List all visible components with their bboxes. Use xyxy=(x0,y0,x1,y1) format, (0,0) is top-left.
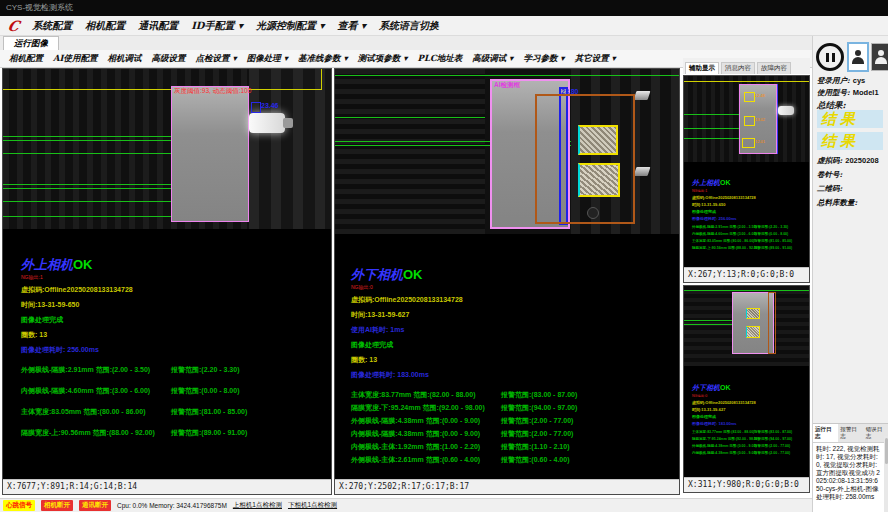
mini-bottom-image[interactable] xyxy=(684,286,809,366)
measurement-row: 主体宽度:83.77mm 范围:(82.00 - 88.00) 报警范围:(83… xyxy=(351,390,577,403)
toolbar-other-settings[interactable]: 其它设置 ▾ xyxy=(570,53,621,65)
measurement-value: 隔膜宽度-上:90.56mm 范围:(88.00 - 92.00) xyxy=(21,428,171,449)
title-bar: CYS-视觉检测系统 xyxy=(0,0,888,16)
green-guide-line xyxy=(684,290,809,291)
log-panel: 运行日志 报警日志 错误日志 耗时: 222, 视觉检测耗时: 17, 视觉分发… xyxy=(813,423,888,512)
virtual-code-row: 虚拟码:20250208 xyxy=(817,156,879,166)
metal-clamp xyxy=(634,91,651,100)
cam-left-measurements: 外侧极线-隔膜:2.91mm 范围:(2.00 - 3.50) 报警范围:(2.… xyxy=(21,365,247,449)
tab-detect-box xyxy=(744,92,755,102)
menu-item-language-switch[interactable]: 系统语言切换 xyxy=(379,19,439,33)
log-tab-strip: 运行日志 报警日志 错误日志 xyxy=(813,424,888,443)
tab-run-log[interactable]: 运行日志 xyxy=(813,424,838,442)
toolbar-ai-usage-config[interactable]: AI使用配置 xyxy=(48,53,103,65)
measurement-value: 主体宽度:83.77mm 范围:(82.00 - 88.00) xyxy=(692,430,754,437)
tab-message-content[interactable]: 消息内容 xyxy=(721,62,755,74)
login-user-value: cys xyxy=(853,76,866,85)
upper-camera-spotcheck-link[interactable]: 上相机1点检检测 xyxy=(233,501,282,510)
annotation-value: 12.01 xyxy=(755,139,765,144)
mini-bottom-trigger-line: NG输出:0 xyxy=(692,394,792,398)
user-login-button[interactable] xyxy=(847,42,869,72)
measurement-value: 隔膜宽度-下:95.24mm 范围:(92.00 - 98.00) xyxy=(351,403,501,416)
connector-blob xyxy=(249,113,285,133)
aux-tab-strip: 辅助显示 消息内容 故障内容 xyxy=(683,58,810,74)
orange-detect-box xyxy=(535,94,635,224)
app-window: CYS-视觉检测系统 C 系统配置 相机配置 通讯配置 ID手配置 ▾ 光源控制… xyxy=(0,0,888,522)
orange-detect-box xyxy=(768,292,776,354)
alarm-range: 报警范围:(0.00 - 8.00) xyxy=(171,386,239,407)
tab-detect-box xyxy=(744,116,755,126)
log-scrollbar[interactable] xyxy=(884,436,888,512)
cam-left-result-block: 外上相机OK NG输出:1 虚拟码:Offline202502081331347… xyxy=(21,255,247,449)
tab-fault-content[interactable]: 故障内容 xyxy=(757,62,791,74)
cam-left-trigger-line: NG输出:1 xyxy=(21,274,247,280)
cam-left-time: 时间:13-31-59-650 xyxy=(21,300,247,310)
tab-alarm-log[interactable]: 报警日志 xyxy=(838,424,863,442)
alarm-range: 报警范围:(2.00 - 77.00) xyxy=(754,451,790,458)
cam-left-process-done: 图像处理完成 xyxy=(21,315,247,325)
measurement-value: 内侧极线-隔膜:4.38mm 范围:(0.00 - 9.00) xyxy=(692,451,754,458)
measurement-value: 隔膜宽度-上:90.56mm 范围:(88.00 - 92.00) xyxy=(692,246,754,253)
cam-left-statusbar: X:7677;Y:891;R:14;G:14;B:14 xyxy=(3,479,331,494)
tab-detect-box xyxy=(746,326,760,338)
cam-mid-virtual-code: 虚拟码:Offline20250208133134728 xyxy=(351,295,577,305)
lower-camera-spotcheck-link[interactable]: 下相机1点检检测 xyxy=(288,501,337,510)
measurement-row: 隔膜宽度-下:95.24mm 范围:(92.00 - 98.00) 报警范围:(… xyxy=(351,403,577,416)
machinery-texture xyxy=(249,69,331,229)
menu-item-camera-config[interactable]: 相机配置 xyxy=(85,19,125,33)
measurement-row: 外侧极线-隔膜:4.38mm 范围:(0.00 - 9.00) 报警范围:(2.… xyxy=(692,444,792,451)
mini-top-panel: 12.48 13.02 12.01 外上相机OK NG输出:1 虚拟码:Offl… xyxy=(683,75,810,283)
connector-tip xyxy=(283,118,293,128)
menu-item-comm-config[interactable]: 通讯配置 xyxy=(138,19,178,33)
cam-mid-image[interactable]: AI检测框 23.80 xyxy=(335,69,679,234)
alarm-range: 报警范围:(0.60 - 4.00) xyxy=(501,455,569,468)
measurement-value: 外侧极线-隔膜:2.91mm 范围:(2.00 - 3.50) xyxy=(692,225,754,232)
menu-item-view[interactable]: 查看 ▾ xyxy=(338,19,367,33)
yellow-guide-line xyxy=(684,81,809,82)
alarm-range: 报警范围:(89.00 - 91.00) xyxy=(754,246,792,253)
tab-run-image[interactable]: 运行图像 xyxy=(3,36,59,50)
tab-aux-display[interactable]: 辅助显示 xyxy=(685,62,719,74)
toolbar-learning-params[interactable]: 学习参数 ▾ xyxy=(518,53,569,65)
alarm-range: 报警范围:(94.00 - 97.00) xyxy=(754,437,792,444)
machinery-texture xyxy=(335,69,485,234)
menu-item-id-hand-config[interactable]: ID手配置 ▾ xyxy=(191,19,243,33)
measurement-row: 主体宽度:83.77mm 范围:(82.00 - 88.00) 报警范围:(83… xyxy=(692,430,792,437)
user-dark-icon xyxy=(875,50,887,64)
cam-mid-panel: AI检测框 23.80 外下相机OK NG输出:0 虚拟码:Offline202… xyxy=(334,68,680,495)
green-guide-line xyxy=(335,75,679,76)
pause-button[interactable] xyxy=(815,42,845,72)
measurement-row: 主体宽度:83.05mm 范围:(80.00 - 86.00) 报警范围:(81… xyxy=(21,407,247,428)
stock-count-label: 总料库数量: xyxy=(817,198,857,208)
alarm-range: 报警范围:(2.00 - 77.00) xyxy=(501,429,573,442)
toolbar-baseline-params[interactable]: 基准线参数 ▾ xyxy=(293,53,353,65)
alarm-range: 报警范围:(1.10 - 2.10) xyxy=(501,442,569,455)
cam-left-panel: 灰度阈值:93, 动态阈值:100 23.46 外上相机OK NG输出:1 虚拟… xyxy=(2,68,332,495)
toolbar-camera-debug[interactable]: 相机调试 xyxy=(103,53,147,65)
cam-mid-measurements: 主体宽度:83.77mm 范围:(82.00 - 88.00) 报警范围:(83… xyxy=(351,390,577,468)
tab-detect-box xyxy=(578,163,620,197)
alarm-range: 报警范围:(89.00 - 91.00) xyxy=(171,428,247,449)
operator-mode-button[interactable] xyxy=(871,43,888,71)
toolbar-test-item-params[interactable]: 测试项参数 ▾ xyxy=(353,53,413,65)
menu-item-light-config[interactable]: 光源控制配置 ▾ xyxy=(256,19,325,33)
measurement-value: 外侧极线-隔膜:4.38mm 范围:(0.00 - 9.00) xyxy=(351,416,501,429)
toolbar-spot-check-settings[interactable]: 点检设置 ▾ xyxy=(191,53,242,65)
alarm-range: 报警范围:(83.00 - 87.00) xyxy=(754,430,792,437)
virtual-code-value: 20250208 xyxy=(845,156,878,165)
cam-left-image[interactable]: 灰度阈值:93, 动态阈值:100 23.46 xyxy=(3,69,331,229)
alarm-range: 报警范围:(81.00 - 85.00) xyxy=(754,239,792,246)
toolbar-plc-address-table[interactable]: PLC地址表 xyxy=(413,53,468,65)
cpu-memory-text: Cpu: 0.0% Memory: 3424.41796875M xyxy=(117,502,227,509)
result-box-1: 结果 xyxy=(817,110,883,128)
mini-top-image[interactable]: 12.48 13.02 12.01 xyxy=(684,76,809,162)
measurement-row: 外侧极线-隔膜:2.91mm 范围:(2.00 - 3.50) 报警范围:(2.… xyxy=(692,225,792,232)
blue-marker-box xyxy=(251,102,261,113)
menu-item-system-config[interactable]: 系统配置 xyxy=(32,19,72,33)
measurement-value: 内侧极线-隔膜:4.60mm 范围:(3.00 - 6.00) xyxy=(21,386,171,407)
toolbar-camera-config[interactable]: 相机配置 xyxy=(4,53,48,65)
toolbar-image-processing[interactable]: 图像处理 ▾ xyxy=(242,53,293,65)
cam-mid-ok-badge: OK xyxy=(403,267,423,282)
toolbar-advanced-settings[interactable]: 高级设置 xyxy=(147,53,191,65)
toolbar-advanced-debug[interactable]: 高级调试 ▾ xyxy=(467,53,518,65)
